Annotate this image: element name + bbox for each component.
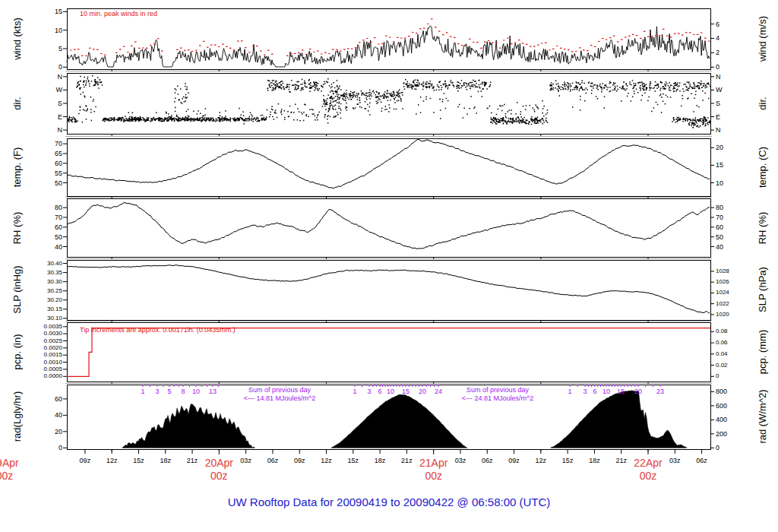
y-tick-label-right: N bbox=[716, 73, 721, 81]
rad-cumulative-label: 20 bbox=[419, 388, 426, 395]
wind-right-axis-label: wind (m/s) bbox=[757, 16, 768, 62]
x-tick-label: 21z bbox=[187, 457, 198, 464]
panel-temp-frame bbox=[67, 138, 710, 196]
rad-series-day3 bbox=[551, 391, 687, 448]
x-date-label-hour: 00z bbox=[425, 470, 442, 482]
y-tick-label-left: 30.10 bbox=[27, 315, 62, 322]
rad-sum-day2-line2: <--- 24.81 MJoules/m^2 bbox=[462, 394, 534, 402]
y-tick-label-left: 50 bbox=[27, 233, 62, 241]
temp-right-axis-label: temp. (C) bbox=[757, 147, 768, 188]
y-tick-label-left: 55 bbox=[27, 169, 62, 177]
x-tick-label: 03z bbox=[240, 457, 251, 464]
y-tick-label-left: 0.0000 bbox=[27, 372, 62, 380]
y-tick-label-left: 60 bbox=[27, 160, 62, 167]
y-tick-label-right: 600 bbox=[716, 402, 727, 410]
y-tick-label-left: 30.15 bbox=[27, 306, 62, 313]
y-tick-label-left: 30.40 bbox=[27, 260, 62, 268]
wind-direction-scatter bbox=[67, 76, 710, 128]
temp-series bbox=[67, 139, 710, 188]
rad-sum-day1-line1: Sum of previous day bbox=[248, 386, 311, 394]
dir-left-axis-label: dir. bbox=[11, 97, 23, 109]
y-tick-label-right: 15 bbox=[716, 161, 723, 169]
page-title: UW Rooftop Data for 20090419 to 20090422… bbox=[0, 496, 778, 508]
y-tick-label-left: 30.20 bbox=[27, 296, 62, 304]
y-tick-label-right: 1026 bbox=[716, 278, 729, 286]
rad-cumulative-label: 10 bbox=[387, 388, 394, 395]
y-tick-label-right: 200 bbox=[716, 430, 727, 438]
chart-canvas bbox=[0, 0, 778, 532]
y-tick-label-right: 10 bbox=[716, 179, 723, 187]
y-tick-label-right: 1028 bbox=[716, 268, 729, 275]
y-tick-label-right: 0.02 bbox=[716, 362, 728, 369]
pcp-left-axis-label: pcp. (in) bbox=[11, 334, 23, 370]
y-tick-label-right: 20 bbox=[716, 144, 723, 151]
panel-rh-frame bbox=[67, 198, 710, 257]
rad-right-axis-label: rad (W/m^2) bbox=[757, 389, 768, 443]
y-tick-label-right: 40 bbox=[716, 243, 723, 251]
y-tick-label-left: 0 bbox=[27, 63, 62, 71]
y-tick-label-right: 400 bbox=[716, 416, 727, 423]
y-tick-label-right: 0 bbox=[716, 63, 719, 71]
y-tick-label-left: 0.0010 bbox=[27, 359, 62, 366]
x-tick-label: 18z bbox=[160, 457, 171, 464]
x-tick-label: 09z bbox=[80, 457, 91, 464]
y-tick-label-right: 800 bbox=[716, 388, 727, 395]
x-date-label-hour: 00z bbox=[210, 470, 228, 482]
y-tick-label-left: N bbox=[27, 73, 62, 81]
x-date-label-day: 21Apr bbox=[419, 457, 448, 469]
rad-cumulative-label: 8 bbox=[181, 388, 185, 395]
y-tick-label-right: 1020 bbox=[716, 311, 729, 318]
rad-cumulative-label: 10 bbox=[602, 388, 610, 395]
y-tick-label-left: S bbox=[27, 100, 62, 107]
x-tick-label: 18z bbox=[375, 457, 386, 464]
x-tick-label: 18z bbox=[589, 457, 600, 464]
y-tick-label-left: 15 bbox=[27, 8, 62, 15]
rad-cumulative-label: 15 bbox=[402, 388, 410, 395]
y-tick-label-left: 0.0020 bbox=[27, 344, 62, 352]
x-tick-label: 15z bbox=[133, 457, 144, 464]
rad-cumulative-label: 1 bbox=[568, 388, 571, 395]
y-tick-label-left: W bbox=[27, 86, 62, 93]
y-tick-label-right: 6 bbox=[716, 21, 719, 28]
y-tick-label-right: 80 bbox=[716, 204, 723, 211]
x-tick-label: 12z bbox=[106, 457, 118, 464]
x-date-label-day: 19Apr bbox=[0, 457, 19, 469]
y-tick-label-right: 4 bbox=[716, 34, 719, 42]
pcp-tip-note: Tip increments are approx. 0.00171in. (0… bbox=[80, 326, 236, 334]
x-tick-label: 21z bbox=[401, 457, 413, 464]
wind-peaks-note: 10 min. peak winds in red bbox=[80, 10, 157, 17]
x-tick-label: 15z bbox=[562, 457, 574, 464]
panel-slp-frame bbox=[67, 260, 710, 320]
y-tick-label-left: 30.35 bbox=[27, 269, 62, 277]
panel-wind-frame bbox=[67, 8, 710, 69]
y-tick-label-left: 30.30 bbox=[27, 278, 62, 286]
x-tick-label: 12z bbox=[536, 457, 547, 464]
rad-cumulative-label: 13 bbox=[209, 388, 217, 395]
pcp-right-axis-label: pcp. (mm) bbox=[757, 330, 768, 375]
panel-dir-frame bbox=[67, 73, 710, 134]
y-tick-label-left: N bbox=[27, 126, 62, 134]
y-tick-label-left: 0.0015 bbox=[27, 351, 62, 359]
x-tick-label: 21z bbox=[615, 457, 627, 464]
y-tick-label-right: 50 bbox=[716, 233, 723, 241]
rad-cumulative-label: 10 bbox=[192, 388, 200, 395]
slp-left-axis-label: SLP (inHg) bbox=[11, 265, 23, 313]
y-tick-label-left: 80 bbox=[27, 204, 62, 211]
y-tick-label-left: E bbox=[27, 113, 62, 121]
rad-sum-day1-line2: <--- 14.81 MJoules/m^2 bbox=[244, 394, 316, 402]
rad-cumulative-label: 1 bbox=[353, 388, 356, 395]
x-tick-label: 03z bbox=[669, 457, 681, 464]
x-tick-label: 09z bbox=[508, 457, 520, 464]
x-tick-label: 06z bbox=[696, 457, 707, 464]
y-tick-label-left: 0.0030 bbox=[27, 330, 62, 337]
x-date-label-day: 22Apr bbox=[634, 457, 662, 469]
y-tick-label-left: 70 bbox=[27, 214, 62, 221]
rad-cumulative-label: 24 bbox=[435, 388, 442, 395]
wind-left-axis-label: wind (kts) bbox=[11, 17, 23, 60]
y-tick-label-left: 70 bbox=[27, 140, 62, 147]
y-tick-label-left: 5 bbox=[27, 45, 62, 52]
y-tick-label-left: 40 bbox=[27, 243, 62, 251]
y-tick-label-right: 1024 bbox=[716, 289, 729, 296]
rad-series-day2 bbox=[331, 394, 467, 448]
rh-right-axis-label: RH (%) bbox=[757, 212, 768, 245]
